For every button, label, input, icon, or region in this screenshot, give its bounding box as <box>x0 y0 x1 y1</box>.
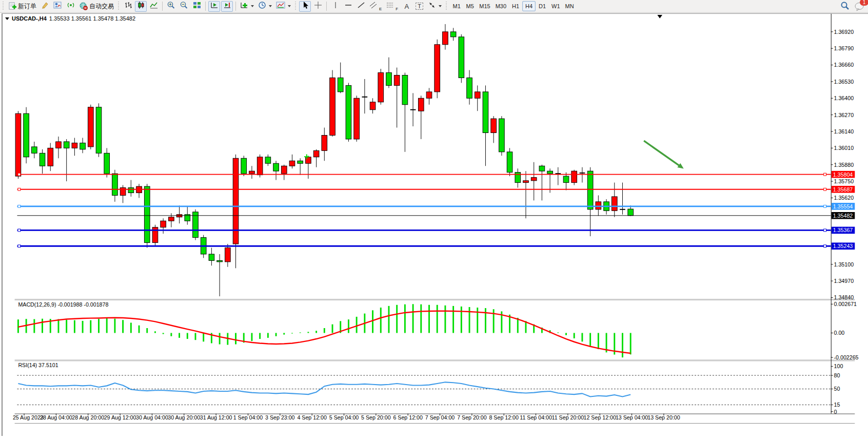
templates-button[interactable] <box>274 1 292 12</box>
chart-shift-button[interactable] <box>221 1 233 12</box>
new-order-label: 新订单 <box>18 2 36 11</box>
timeframe-button-m30[interactable]: M30 <box>493 1 509 11</box>
date-axis-label: 5 Sep 20:00 <box>361 414 391 421</box>
indicators-button[interactable] <box>239 1 255 12</box>
horizontal-line-tool-button[interactable] <box>342 1 354 12</box>
chart-title: USDCAD-,H4 1.35533 1.35561 1.35478 1.354… <box>5 15 135 22</box>
cursor-tool-button[interactable] <box>299 1 311 12</box>
price-axis-label: 1.35100 <box>834 261 854 268</box>
candle-up <box>354 98 360 139</box>
market-watch-button[interactable] <box>52 1 64 12</box>
hline-handle[interactable] <box>824 245 826 247</box>
timeframe-button-h1[interactable]: H1 <box>509 1 522 11</box>
candle-down <box>587 171 593 209</box>
zoom-out-button[interactable] <box>178 1 190 12</box>
zoom-in-icon <box>167 1 175 11</box>
date-axis-label: 11 Sep 20:00 <box>552 414 584 421</box>
timeframe-button-w1[interactable]: W1 <box>549 1 563 11</box>
periods-button[interactable] <box>257 1 273 12</box>
zoom-out-icon <box>180 1 188 11</box>
chart-type-bars-button[interactable] <box>122 1 134 12</box>
horizontal-line-icon <box>344 1 352 11</box>
autotrading-button[interactable]: 自动交易 <box>77 1 115 12</box>
candle-up <box>426 92 432 98</box>
candle-up <box>394 75 400 85</box>
auto-scroll-button[interactable] <box>208 1 220 12</box>
timeframe-button-m1[interactable]: M1 <box>450 1 463 11</box>
timeframe-button-h4[interactable]: H4 <box>522 1 536 11</box>
toolbar-grip[interactable] <box>294 2 297 11</box>
timeframe-button-d1[interactable]: D1 <box>536 1 549 11</box>
chart-type-line-button[interactable] <box>148 1 160 12</box>
text-label-tool-icon: T <box>416 3 423 10</box>
candle-up <box>289 161 295 166</box>
hline-handle[interactable] <box>824 173 826 176</box>
new-order-button[interactable]: 新订单 <box>7 1 38 12</box>
indicators-caret-icon <box>251 5 254 7</box>
timeframe-button-m15[interactable]: M15 <box>477 1 492 11</box>
hline-handle[interactable] <box>824 188 826 190</box>
arrows-tool-icon <box>428 1 436 11</box>
tile-windows-button[interactable] <box>191 1 203 12</box>
tile-windows-icon <box>193 1 201 11</box>
rsi-axis-label: 15 <box>834 402 840 408</box>
equidistant-channel-tool-button[interactable]: E <box>368 1 383 12</box>
hline-handle[interactable] <box>18 229 21 232</box>
candle-up <box>48 148 53 166</box>
candle-down <box>563 176 569 182</box>
search-icon[interactable] <box>840 1 850 12</box>
hline-handle[interactable] <box>824 229 826 232</box>
zoom-in-button[interactable] <box>165 1 177 12</box>
text-tool-button[interactable]: A <box>401 1 412 12</box>
price-axis-label: 1.35620 <box>834 195 854 201</box>
hline-handle[interactable] <box>18 173 21 176</box>
toolbar-grip[interactable] <box>445 2 448 11</box>
cursor-icon <box>302 1 309 11</box>
timeframe-button-m5[interactable]: M5 <box>463 1 477 11</box>
candle-up <box>571 171 577 182</box>
indicators-icon <box>240 1 248 11</box>
candle-up <box>435 45 440 92</box>
chart-canvas[interactable]: 1.369201.367901.366601.365301.364001.362… <box>0 13 868 439</box>
toolbar-grip[interactable] <box>117 2 120 11</box>
vertical-line-tool-button[interactable] <box>329 1 341 12</box>
price-badge-value: 1.35367 <box>833 227 853 233</box>
candle-down <box>112 174 118 195</box>
auto-scroll-icon <box>210 1 219 11</box>
hline-handle[interactable] <box>18 188 21 190</box>
vertical-line-icon <box>333 1 338 11</box>
hline-handle[interactable] <box>18 205 21 207</box>
arrows-tool-button[interactable] <box>426 1 443 12</box>
chart-shift-icon <box>223 1 231 11</box>
fibonacci-icon <box>386 1 394 11</box>
chart-shift-marker[interactable] <box>657 15 662 18</box>
crosshair-tool-button[interactable] <box>312 1 324 12</box>
hline-handle[interactable] <box>824 205 826 207</box>
rsi-axis-label: 50 <box>834 386 840 392</box>
date-axis-label: 13 Sep 04:00 <box>616 414 648 421</box>
candle-down <box>209 254 214 260</box>
hline-handle[interactable] <box>18 245 21 247</box>
candle-down <box>628 209 634 216</box>
candle-up <box>475 92 480 98</box>
toolbar-grip[interactable] <box>2 2 5 11</box>
fibonacci-tool-button[interactable]: F <box>384 1 400 12</box>
candle-down <box>64 142 69 148</box>
arrow-annotation[interactable] <box>644 141 680 166</box>
candle-down <box>467 78 472 98</box>
notifications-icon[interactable]: 1 <box>855 2 865 11</box>
date-axis-label: 30 Aug 04:00 <box>136 414 168 421</box>
periods-clock-icon <box>258 1 266 11</box>
trendline-tool-button[interactable] <box>355 1 367 12</box>
date-axis-label: 25 Aug 2023 <box>13 414 44 421</box>
styler-button[interactable] <box>39 1 51 12</box>
chart-menu-caret-icon[interactable] <box>5 17 9 20</box>
candle-down <box>515 173 521 183</box>
candle-up <box>330 78 336 135</box>
signals-button[interactable] <box>65 1 76 12</box>
candle-up <box>611 197 617 211</box>
timeframe-button-mn[interactable]: MN <box>563 1 577 11</box>
text-label-tool-button[interactable]: T <box>413 1 425 12</box>
candle-down <box>40 153 45 166</box>
chart-type-candles-button[interactable] <box>135 1 147 12</box>
